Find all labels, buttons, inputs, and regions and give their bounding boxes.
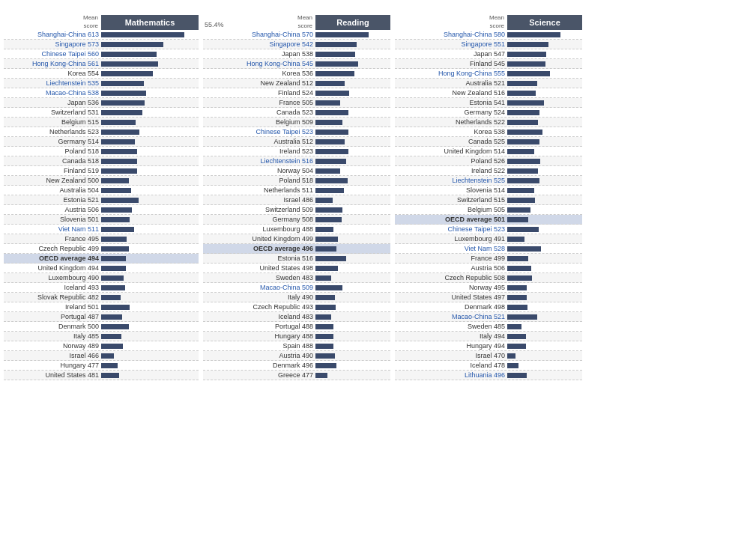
bar-area [315, 42, 390, 47]
table-row: Liechtenstein 525 [395, 176, 582, 186]
bar-area [101, 120, 199, 125]
bar [101, 120, 136, 125]
table-row: OECD average 496 [203, 244, 390, 254]
country-label: Hong Kong-China 545 [203, 60, 315, 67]
table-row: Switzerland 531 [4, 108, 199, 118]
table-row: United States 498 [203, 264, 390, 273]
country-label: Austria 506 [395, 264, 507, 272]
country-label: Slovenia 514 [395, 186, 507, 194]
bar-area [101, 217, 199, 222]
bar-area [101, 159, 199, 164]
country-label: Hungary 488 [203, 332, 315, 340]
country-label: New Zealand 516 [395, 89, 507, 97]
bar [101, 52, 157, 57]
table-row: Luxembourg 490 [4, 273, 199, 283]
bar-area [507, 178, 582, 183]
country-label: Hong Kong-China 561 [4, 60, 101, 67]
bar-area [315, 363, 390, 368]
table-row: Denmark 500 [4, 322, 199, 332]
bar [507, 110, 539, 115]
country-label: OECD average 501 [395, 216, 507, 223]
bar [101, 295, 121, 300]
table-row: Iceland 478 [395, 361, 582, 371]
bar-area [101, 285, 199, 290]
bar-area [315, 91, 390, 96]
bar [507, 198, 535, 203]
country-label: Macao-China 538 [4, 89, 101, 97]
table-row: Macao-China 521 [395, 312, 582, 322]
bar [315, 344, 333, 349]
bar [315, 207, 342, 213]
bar-area [507, 314, 582, 320]
table-row: Slovenia 514 [395, 186, 582, 195]
bar-area [507, 32, 582, 37]
bar-area [101, 363, 199, 368]
bar-area [101, 305, 199, 310]
bar-area [101, 314, 199, 320]
bar [101, 314, 122, 320]
bar-area [315, 227, 390, 232]
table-row: Luxembourg 491 [395, 234, 582, 244]
country-label: Hong Kong-China 555 [395, 70, 507, 77]
table-row: Ireland 501 [4, 302, 199, 312]
bar [507, 227, 539, 232]
bar-area [101, 178, 199, 183]
bar-area [101, 373, 199, 378]
bar-area [315, 81, 390, 86]
math-rows: Shanghai-China 613Singapore 573Chinese T… [4, 30, 199, 380]
bar [507, 32, 560, 37]
bar-area [507, 334, 582, 339]
country-label: Luxembourg 490 [4, 274, 101, 281]
bar-area [507, 91, 582, 96]
bar-area [101, 256, 199, 261]
country-label: Viet Nam 511 [4, 225, 101, 233]
bar-area [101, 227, 199, 232]
bar-area [101, 295, 199, 300]
country-label: France 499 [395, 255, 507, 262]
bar-area [315, 168, 390, 174]
bar [315, 334, 333, 339]
country-label: Shanghai-China 570 [203, 31, 315, 38]
country-label: Italy 485 [4, 332, 101, 340]
table-row: Czech Republic 499 [4, 244, 199, 254]
bar [507, 314, 537, 320]
bar-area [507, 81, 582, 86]
bar [101, 353, 114, 359]
bar-area [101, 353, 199, 359]
bar-area [315, 246, 390, 252]
country-label: OECD average 496 [203, 245, 315, 252]
bar-area [315, 344, 390, 349]
table-row: Ireland 523 [203, 147, 390, 156]
bar [507, 91, 536, 96]
table-row: Estonia 516 [203, 254, 390, 264]
country-label: Singapore 542 [203, 40, 315, 48]
country-label: Shanghai-China 613 [4, 31, 101, 38]
bar-area [315, 207, 390, 213]
country-label: United States 498 [203, 264, 315, 272]
country-label: Korea 536 [203, 70, 315, 77]
bar [315, 295, 335, 300]
bar-area [315, 139, 390, 144]
bar-area [507, 207, 582, 213]
country-label: Spain 488 [203, 342, 315, 350]
country-label: Sweden 485 [395, 323, 507, 330]
bar [101, 130, 139, 135]
country-label: OECD average 494 [4, 255, 101, 262]
country-label: Switzerland 515 [395, 196, 507, 204]
country-label: Italy 494 [395, 332, 507, 340]
bar-area [507, 168, 582, 174]
bar-area [315, 285, 390, 290]
bar [101, 334, 121, 339]
table-row: Australia 504 [4, 186, 199, 195]
table-row: Belgium 505 [395, 205, 582, 215]
country-label: Luxembourg 488 [203, 225, 315, 233]
bar-area [507, 373, 582, 378]
country-label: Estonia 516 [203, 255, 315, 262]
country-label: Norway 495 [395, 284, 507, 291]
math-mean-label: Meanscore [83, 14, 98, 30]
bar [507, 285, 527, 290]
bar [315, 100, 340, 106]
table-row: Austria 490 [203, 351, 390, 361]
country-label: Korea 554 [4, 70, 101, 77]
bar [315, 110, 348, 115]
